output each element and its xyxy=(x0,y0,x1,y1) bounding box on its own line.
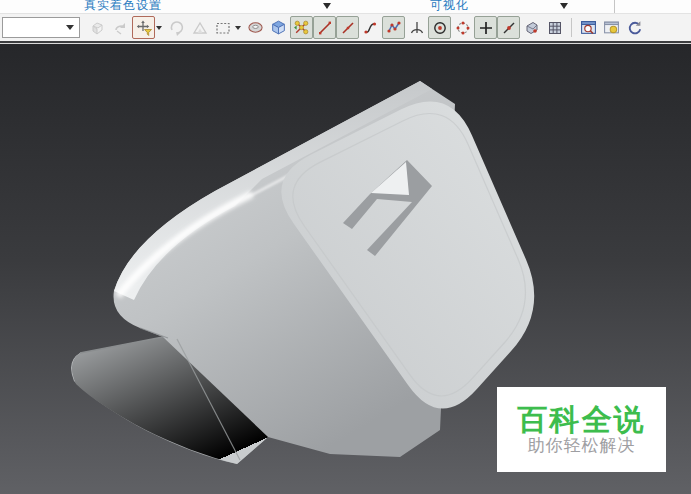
snap-circle-button[interactable] xyxy=(451,16,474,39)
chevron-down-icon[interactable] xyxy=(156,26,162,30)
unlink-selection-button[interactable] xyxy=(109,16,132,39)
select-and-link-button[interactable] xyxy=(86,16,109,39)
image-window-icon xyxy=(603,19,620,36)
snap-curve-button[interactable] xyxy=(359,16,382,39)
select-and-rotate-button[interactable] xyxy=(165,16,188,39)
snap-segment-button[interactable] xyxy=(336,16,359,39)
snaps-toggle-button[interactable] xyxy=(290,16,313,39)
menu-strip: 真实着色设置 可视化 xyxy=(0,0,691,14)
box-button[interactable] xyxy=(267,16,290,39)
spline-icon xyxy=(386,20,402,36)
snap-edge-button[interactable] xyxy=(313,16,336,39)
scale-icon xyxy=(192,20,208,36)
torus-icon xyxy=(247,19,264,36)
diagonal-icon xyxy=(340,20,356,36)
3d-viewport[interactable]: 百科全说 助你轻松解决 xyxy=(0,43,691,494)
move-funnel-icon xyxy=(136,20,152,36)
render-preview-button[interactable] xyxy=(577,16,600,39)
chevron-down-icon xyxy=(66,25,74,30)
select-and-move-button[interactable] xyxy=(132,16,155,39)
divider xyxy=(571,18,572,37)
snap-face-button[interactable] xyxy=(520,16,543,39)
perpendicular-icon xyxy=(409,20,425,36)
face-icon xyxy=(524,20,540,36)
snap-center-button[interactable] xyxy=(428,16,451,39)
select-and-scale-button[interactable] xyxy=(188,16,211,39)
snap-cross-button[interactable] xyxy=(474,16,497,39)
dashed-circle-icon xyxy=(455,20,471,36)
dropdown-visualization[interactable]: 可视化 xyxy=(430,0,469,14)
chevron-down-icon[interactable] xyxy=(560,3,568,9)
watermark-title: 百科全说 xyxy=(518,405,646,435)
refresh-icon xyxy=(626,19,643,36)
snap-tangent-button[interactable] xyxy=(497,16,520,39)
grid-icon xyxy=(547,20,563,36)
link-icon xyxy=(90,20,106,36)
center-circle-icon xyxy=(432,20,448,36)
rectangular-selection-region-button[interactable] xyxy=(211,16,234,39)
snaps-icon xyxy=(293,19,310,36)
tangent-icon xyxy=(501,20,517,36)
watermark-subtitle: 助你轻松解决 xyxy=(528,437,636,454)
curve-icon xyxy=(363,20,379,36)
undo-icon xyxy=(113,20,129,36)
grid-button[interactable] xyxy=(543,16,566,39)
snap-spline-button[interactable] xyxy=(382,16,405,39)
chevron-down-icon[interactable] xyxy=(235,26,241,30)
watermark: 百科全说 助你轻松解决 xyxy=(497,387,666,472)
rotate-icon xyxy=(169,20,185,36)
render-setup-button[interactable] xyxy=(600,16,623,39)
region-icon xyxy=(215,20,231,36)
chevron-down-icon[interactable] xyxy=(323,3,331,9)
diagonal-icon xyxy=(317,20,333,36)
snaps-toolbar xyxy=(0,14,691,43)
box-icon xyxy=(270,19,287,36)
divider xyxy=(614,0,615,13)
torus-button[interactable] xyxy=(244,16,267,39)
application-window: 真实着色设置 可视化 xyxy=(0,0,691,494)
refresh-button[interactable] xyxy=(623,16,646,39)
magnifier-window-icon xyxy=(580,19,597,36)
named-selection-combo[interactable] xyxy=(2,17,80,38)
dropdown-shading-settings[interactable]: 真实着色设置 xyxy=(84,0,162,14)
plus-icon xyxy=(478,20,494,36)
snap-perpendicular-button[interactable] xyxy=(405,16,428,39)
